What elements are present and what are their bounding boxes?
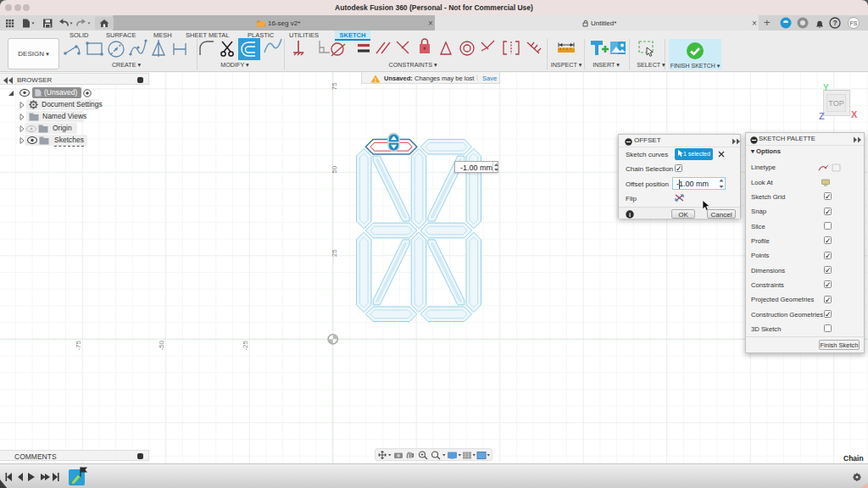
svg-text:SELECT ▾: SELECT ▾	[637, 61, 665, 69]
svg-text:MODIFY ▾: MODIFY ▾	[220, 61, 249, 69]
svg-text:-75: -75	[75, 340, 82, 350]
svg-text:CREATE ▾: CREATE ▾	[112, 61, 142, 69]
svg-text:INSERT ▾: INSERT ▾	[593, 61, 620, 69]
svg-text:FS: FS	[850, 20, 858, 26]
svg-text:INSPECT ▾: INSPECT ▾	[551, 61, 582, 69]
svg-text:25: 25	[331, 249, 338, 257]
svg-text:!: !	[375, 76, 376, 82]
svg-text:CONSTRAINTS ▾: CONSTRAINTS ▾	[388, 61, 437, 69]
svg-text:?: ?	[832, 19, 837, 27]
svg-text:i: i	[629, 211, 631, 219]
svg-text:75: 75	[331, 82, 338, 90]
svg-text:-50: -50	[158, 340, 165, 350]
svg-text:-25: -25	[242, 340, 249, 350]
svg-text:50: 50	[331, 165, 338, 173]
